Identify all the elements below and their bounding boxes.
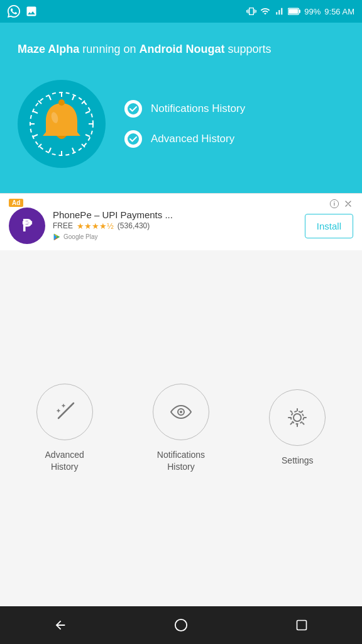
app-name: Maze Alpha bbox=[18, 43, 79, 55]
main-teal-area: Maze Alpha running on Android Nougat sup… bbox=[0, 23, 362, 193]
headline: Maze Alpha running on Android Nougat sup… bbox=[18, 42, 271, 57]
svg-rect-38 bbox=[297, 621, 307, 630]
back-button[interactable] bbox=[41, 606, 79, 644]
ad-reviews: (536,430) bbox=[118, 221, 150, 230]
svg-line-28 bbox=[71, 403, 74, 406]
advanced-history-icon-circle bbox=[36, 384, 93, 440]
os-name: Android Nougat bbox=[139, 43, 224, 55]
status-right: 99% 9:56 AM bbox=[246, 6, 354, 16]
gear-icon bbox=[283, 404, 311, 431]
bell-icon-circle bbox=[18, 80, 106, 168]
svg-line-27 bbox=[58, 406, 71, 418]
advanced-history-label: AdvancedHistory bbox=[45, 449, 84, 474]
settings-label: Settings bbox=[282, 455, 314, 467]
svg-point-5 bbox=[58, 99, 65, 106]
svg-point-35 bbox=[293, 414, 301, 421]
close-ad-icon[interactable] bbox=[343, 199, 353, 209]
status-left bbox=[8, 5, 38, 18]
recent-square-icon bbox=[295, 619, 308, 631]
svg-line-11 bbox=[38, 101, 41, 104]
svg-text:i: i bbox=[334, 201, 335, 208]
phonepe-logo: ₱ bbox=[9, 208, 45, 244]
feature-item-notifications: Notifications History bbox=[124, 100, 245, 118]
ad-google-play: Google Play bbox=[53, 233, 297, 242]
svg-rect-1 bbox=[289, 9, 299, 14]
battery-icon bbox=[288, 7, 300, 16]
home-circle-icon bbox=[174, 618, 188, 632]
whatsapp-icon bbox=[8, 5, 20, 18]
info-icon[interactable]: i bbox=[329, 199, 339, 209]
settings-icon-circle bbox=[269, 389, 326, 446]
ad-info-icons[interactable]: i bbox=[329, 199, 353, 209]
ad-label: Ad bbox=[9, 199, 23, 207]
back-icon bbox=[53, 618, 67, 632]
advanced-history-button[interactable]: AdvancedHistory bbox=[27, 384, 102, 474]
ad-text-area: PhonePe – UPI Payments ... FREE ★★★★½ (5… bbox=[53, 209, 297, 242]
feature-item-advanced: Advanced History bbox=[124, 130, 245, 148]
ad-app-name: PhonePe – UPI Payments ... bbox=[53, 209, 297, 220]
recent-button[interactable] bbox=[283, 606, 321, 644]
wand-icon bbox=[51, 398, 79, 426]
status-bar: 99% 9:56 AM bbox=[0, 0, 362, 23]
checkmark-2 bbox=[128, 133, 139, 145]
feature-label-2: Advanced History bbox=[151, 133, 234, 145]
clock: 9:56 AM bbox=[324, 7, 354, 16]
features-list: Notifications History Advanced History bbox=[124, 100, 245, 148]
feature-label-1: Notifications History bbox=[151, 103, 245, 115]
svg-line-14 bbox=[38, 144, 41, 147]
gallery-icon bbox=[25, 5, 38, 18]
google-play-icon bbox=[53, 233, 62, 242]
svg-point-34 bbox=[180, 411, 182, 413]
vibrate-icon bbox=[246, 6, 256, 16]
home-button[interactable] bbox=[162, 606, 200, 644]
svg-point-23 bbox=[128, 103, 139, 114]
checkmark-1 bbox=[128, 103, 139, 114]
svg-point-37 bbox=[175, 619, 187, 631]
wifi-icon bbox=[260, 6, 270, 16]
notifications-history-label: NotificationsHistory bbox=[157, 449, 205, 474]
battery-percent: 99% bbox=[304, 7, 321, 16]
bell-gear-svg bbox=[27, 89, 96, 158]
ad-stars: ★★★★½ bbox=[77, 221, 114, 231]
ad-free-row: FREE ★★★★½ (536,430) bbox=[53, 221, 297, 231]
check-circle-2 bbox=[124, 130, 142, 148]
svg-rect-2 bbox=[299, 10, 301, 13]
eye-icon bbox=[167, 398, 195, 426]
nav-bar bbox=[0, 606, 362, 644]
install-button[interactable]: Install bbox=[305, 214, 353, 238]
ad-free-label: FREE bbox=[53, 221, 73, 230]
ad-banner: Ad i ₱ PhonePe – UPI Payments ... FREE ★… bbox=[0, 193, 362, 250]
signal-icon bbox=[274, 6, 284, 16]
features-row: Notifications History Advanced History bbox=[18, 80, 344, 168]
notifications-history-icon-circle bbox=[153, 384, 209, 440]
bottom-icons-area: AdvancedHistory NotificationsHistory Set… bbox=[0, 250, 362, 606]
check-circle-1 bbox=[124, 100, 142, 118]
svg-point-24 bbox=[128, 133, 139, 145]
notifications-history-button[interactable]: NotificationsHistory bbox=[143, 384, 219, 474]
settings-button[interactable]: Settings bbox=[260, 389, 335, 467]
